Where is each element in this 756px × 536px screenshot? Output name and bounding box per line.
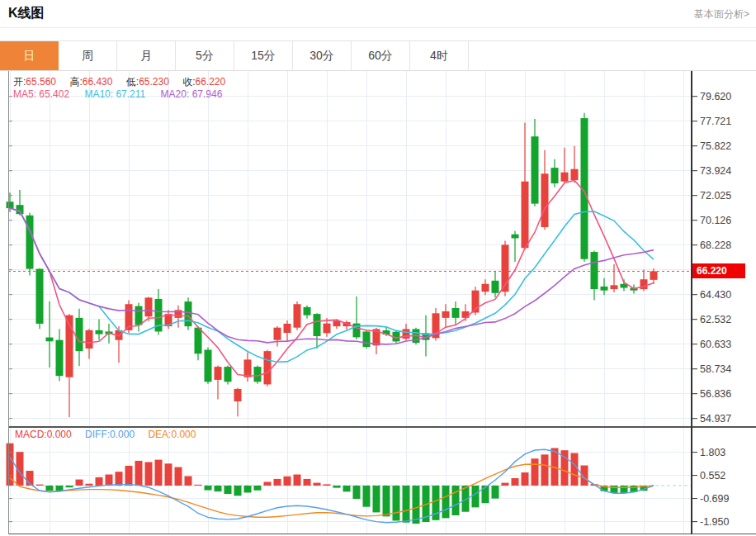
- macd-bar: [145, 462, 153, 486]
- macd-bar: [175, 467, 182, 486]
- macd-bar: [482, 486, 489, 503]
- candle: [541, 173, 549, 227]
- tab-item[interactable]: 4时: [410, 41, 469, 70]
- ma5-label: MA5:: [13, 88, 36, 100]
- candle: [274, 328, 281, 340]
- candle: [135, 306, 143, 325]
- candle: [86, 330, 93, 349]
- macd-bar: [86, 484, 93, 486]
- macd-bar: [155, 460, 163, 486]
- macd-bar: [304, 479, 311, 486]
- macd-readout: MACD:0.000 DIFF:0.000 DEA:0.000: [15, 429, 206, 440]
- ma10-value: 67.211: [116, 88, 145, 100]
- candle: [96, 330, 103, 334]
- macd-bar: [66, 486, 73, 487]
- macd-bar: [333, 486, 341, 488]
- diff-label: DIFF:: [85, 429, 110, 440]
- tab-item[interactable]: 60分: [352, 41, 410, 70]
- y-axis-label: 54.937: [700, 413, 731, 425]
- macd-bar: [621, 486, 628, 493]
- tab-item[interactable]: 周: [59, 41, 117, 70]
- macd-bar: [96, 477, 103, 486]
- macd-bar: [541, 454, 549, 486]
- macd-value: 0.000: [47, 429, 72, 440]
- macd-value-readout: MACD:0.000: [15, 429, 72, 440]
- grid-lines: [8, 70, 692, 534]
- y-axis: 79.62077.72175.82273.92472.02570.12668.2…: [8, 91, 731, 528]
- ma20-line: [10, 208, 654, 344]
- candle: [195, 328, 202, 354]
- candle: [17, 205, 24, 214]
- candle: [56, 340, 64, 376]
- dea-value-readout: DEA:0.000: [148, 429, 196, 440]
- macd-bar: [46, 486, 54, 491]
- candle: [26, 216, 34, 269]
- macd-bar: [492, 486, 499, 499]
- candle: [492, 281, 499, 293]
- candle: [7, 202, 14, 208]
- macd-bar: [403, 486, 410, 523]
- macd-bar: [314, 483, 321, 486]
- dea-value: 0.000: [171, 429, 196, 440]
- macd-bar: [532, 458, 539, 486]
- macd-bar: [7, 444, 14, 486]
- dea-label: DEA:: [148, 429, 171, 440]
- header-divider: [0, 27, 756, 28]
- fundamental-analysis-link[interactable]: 基本面分析>: [694, 7, 749, 21]
- y-axis-label: 60.633: [700, 339, 731, 350]
- candle: [324, 324, 331, 334]
- candle: [561, 173, 569, 182]
- tab-item[interactable]: 月: [117, 41, 176, 70]
- candle: [234, 389, 242, 401]
- macd-bar: [185, 477, 192, 486]
- macd-bar: [502, 483, 509, 486]
- ma5-readout: MA5: 65.402: [13, 88, 69, 100]
- tab-item[interactable]: 30分: [293, 41, 352, 70]
- page-title: K线图: [8, 5, 45, 22]
- macd-bar: [125, 466, 133, 486]
- macd-bar: [353, 486, 361, 499]
- ma20-label: MA20:: [161, 88, 190, 100]
- high-value: 66.430: [83, 76, 113, 88]
- open-value: 65.560: [26, 76, 56, 88]
- y-axis-label: 70.126: [700, 215, 731, 226]
- macd-bar: [373, 486, 380, 512]
- candle: [46, 338, 54, 342]
- candle: [304, 307, 311, 315]
- period-tabbar: 日周月5分15分30分60分4时: [0, 40, 756, 71]
- candle: [650, 271, 658, 279]
- tab-item[interactable]: 15分: [234, 41, 293, 70]
- macd-bar: [76, 480, 83, 486]
- macd-bar: [363, 486, 371, 507]
- low-label: 低:: [126, 76, 139, 88]
- macd-label: MACD:: [15, 429, 47, 440]
- macd-bar: [264, 481, 272, 485]
- macd-bar: [393, 486, 400, 521]
- ma5-line: [10, 181, 654, 377]
- high-label: 高:: [69, 76, 82, 88]
- macd-bar: [284, 477, 291, 486]
- macd-bar: [343, 486, 351, 491]
- y-axis-label: 64.430: [700, 289, 731, 301]
- macd-bar: [442, 486, 450, 518]
- y-axis-label: 73.924: [700, 165, 731, 177]
- macd-bar: [165, 463, 172, 486]
- y-axis-label: -1.950: [700, 516, 729, 528]
- y-axis-label: 1.803: [700, 447, 725, 458]
- y-axis-label: 58.734: [700, 363, 731, 375]
- tab-item[interactable]: 日: [0, 41, 59, 70]
- tab-item[interactable]: 5分: [176, 41, 234, 70]
- candle: [442, 311, 450, 318]
- macd-bar: [224, 486, 232, 494]
- macd-bar: [522, 472, 529, 486]
- ma20-value: 67.946: [192, 88, 223, 100]
- macd-bar: [294, 475, 301, 486]
- macd-bar: [324, 484, 331, 486]
- low-readout: 低:65.230: [126, 76, 169, 88]
- macd-bar: [512, 478, 519, 486]
- ma10-label: MA10:: [84, 88, 113, 100]
- panel-borders: [0, 70, 756, 534]
- candle: [532, 136, 539, 203]
- candle: [76, 318, 83, 351]
- candle: [145, 297, 153, 316]
